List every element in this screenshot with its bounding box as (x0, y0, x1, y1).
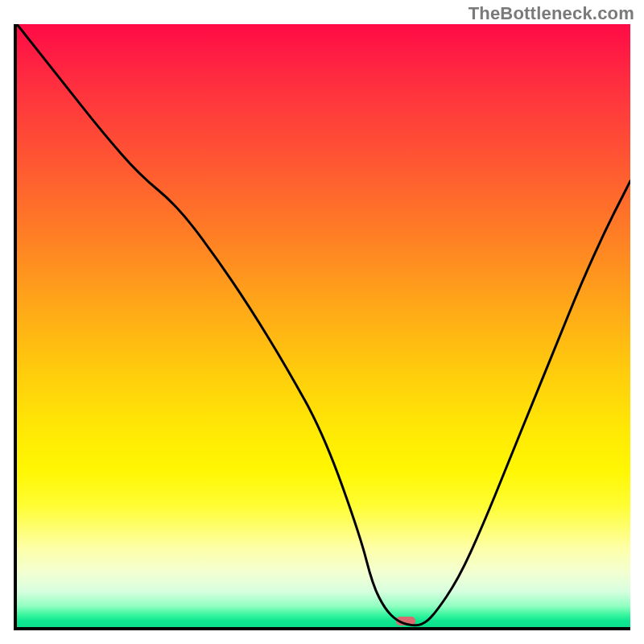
bottleneck-curve (17, 24, 630, 627)
chart-container: TheBottleneck.com (0, 0, 644, 644)
curve-path (17, 24, 630, 625)
plot-area (14, 24, 630, 630)
watermark-text: TheBottleneck.com (469, 3, 634, 24)
